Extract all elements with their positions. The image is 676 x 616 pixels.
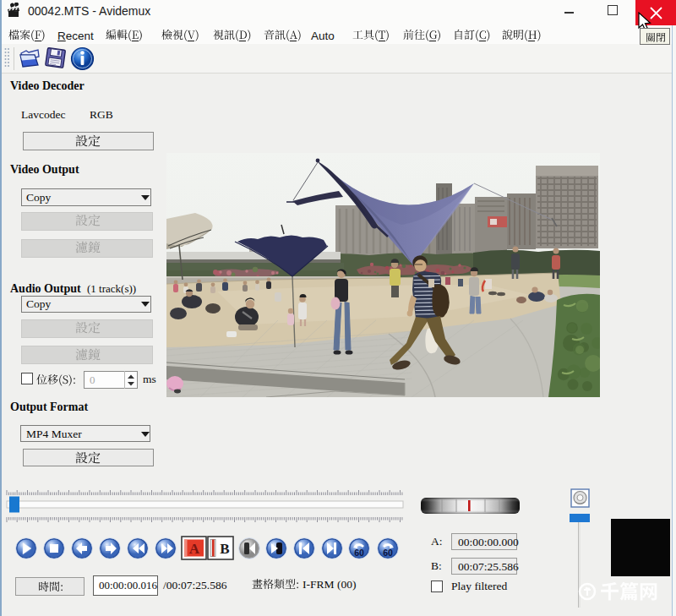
svg-text:60: 60 [354,548,364,558]
svg-text:A: A [189,541,200,557]
svg-text:60: 60 [383,548,393,558]
svg-text:B: B [220,541,229,557]
